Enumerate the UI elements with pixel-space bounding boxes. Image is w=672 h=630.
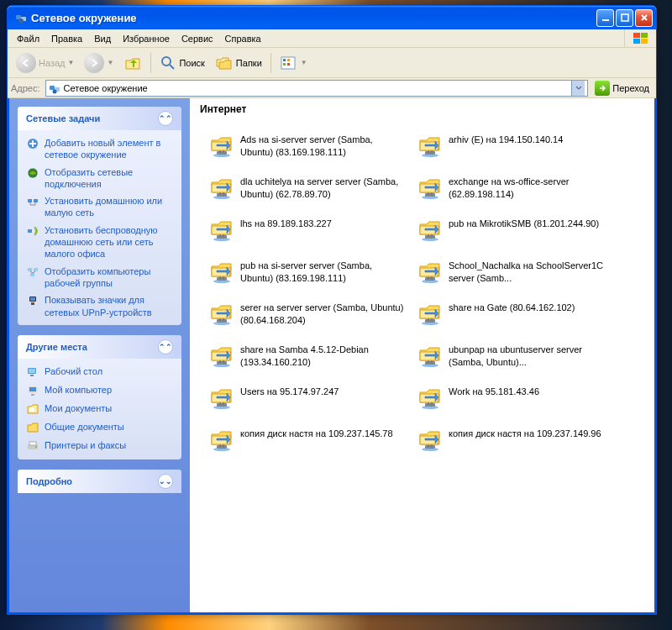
task-link[interactable]: Установить беспроводную домашнюю сеть ил… (26, 224, 173, 260)
svg-rect-26 (30, 273, 34, 276)
item-label: pub на MikrotikSMB (81.201.244.90) (449, 216, 599, 230)
network-share-item[interactable]: serer на server server (Samba, Ubuntu) (… (205, 297, 413, 339)
network-share-item[interactable]: arhiv (E) на 194.150.140.14 (413, 129, 622, 171)
task-link[interactable]: Добавить новый элемент в сетевое окружен… (26, 137, 173, 161)
go-icon (595, 81, 610, 96)
place-link[interactable]: Мой компьютер (26, 384, 173, 397)
network-share-item[interactable]: ubunpap на ubuntuserver server (Samba, U… (413, 339, 622, 381)
panel-network-tasks: Сетевые задачи ⌃⌃ Добавить новый элемент… (18, 107, 181, 325)
expand-icon: ⌄⌄ (158, 474, 173, 489)
toolbar: Назад ▼ ▼ Поиск Папки ▼ (8, 48, 656, 78)
up-button[interactable] (120, 52, 145, 74)
task-link[interactable]: Отобразить компьютеры рабочей группы (26, 265, 173, 290)
close-button[interactable] (635, 9, 653, 27)
menu-help[interactable]: Справка (219, 32, 267, 45)
svg-rect-31 (29, 369, 35, 373)
maximize-button[interactable] (616, 9, 633, 27)
task-icon (26, 137, 39, 150)
search-label: Поиск (179, 58, 204, 68)
menu-file[interactable]: Файл (11, 32, 45, 45)
network-share-item[interactable]: pub на si-server server (Samba, Ubuntu) … (205, 255, 413, 297)
share-folder-icon (208, 300, 235, 327)
panel-header[interactable]: Другие места ⌃⌃ (18, 335, 181, 359)
views-icon (280, 55, 298, 71)
go-button[interactable]: Переход (591, 81, 653, 96)
titlebar[interactable]: Сетевое окружение (8, 6, 656, 29)
dropdown-icon: ▼ (301, 59, 307, 66)
task-icon (26, 224, 39, 238)
item-label: копия диск настя на 109.237.145.78 (240, 426, 393, 440)
item-label: share на Samba 4.5.12-Debian (193.34.160… (240, 342, 407, 369)
svg-point-63 (422, 364, 438, 367)
network-share-item[interactable]: lhs на 89.189.183.227 (205, 213, 413, 255)
svg-rect-29 (31, 302, 34, 305)
svg-rect-15 (50, 86, 55, 90)
item-label: dla uchitelya на server server (Samba, U… (240, 174, 407, 201)
place-link[interactable]: Принтеры и факсы (26, 439, 173, 453)
item-label: копия диск настя на 109.237.149.96 (449, 426, 601, 440)
task-label: Отобразить сетевые подключения (45, 166, 173, 191)
svg-rect-4 (622, 14, 628, 21)
panel-header[interactable]: Подробно ⌄⌄ (18, 470, 181, 493)
views-button[interactable]: ▼ (276, 53, 311, 73)
place-link[interactable]: Рабочий стол (26, 365, 173, 379)
svg-rect-3 (602, 19, 609, 21)
svg-point-59 (422, 322, 438, 325)
task-link[interactable]: Показывать значки для сетевых UPnP-устро… (26, 294, 173, 318)
svg-point-51 (422, 238, 438, 241)
svg-rect-11 (283, 59, 286, 61)
network-share-item[interactable]: School_Nachalka на SchoolServer1C server… (413, 255, 622, 297)
place-link[interactable]: Общие документы (26, 421, 173, 434)
task-icon (26, 166, 39, 180)
network-share-item[interactable]: Users на 95.174.97.247 (205, 381, 413, 423)
network-share-item[interactable]: exchange на ws-office-server (62.89.198.… (413, 171, 622, 213)
minimize-button[interactable] (596, 9, 614, 27)
task-link[interactable]: Установить домашнюю или малую сеть (26, 195, 173, 219)
task-label: Отобразить компьютеры рабочей группы (45, 265, 173, 290)
menu-edit[interactable]: Правка (45, 32, 88, 45)
svg-rect-12 (287, 59, 290, 61)
svg-point-9 (162, 57, 171, 66)
task-link[interactable]: Отобразить сетевые подключения (26, 166, 173, 191)
network-share-item[interactable]: share на Gate (80.64.162.102) (413, 297, 622, 339)
svg-point-45 (213, 196, 230, 199)
share-folder-icon (208, 258, 235, 285)
address-input[interactable]: Сетевое окружение (45, 80, 589, 97)
forward-button[interactable]: ▼ (81, 51, 117, 75)
network-share-item[interactable]: Ads на si-server server (Samba, Ubuntu) … (205, 129, 413, 171)
section-header: Интернет (190, 102, 654, 129)
address-dropdown[interactable] (571, 81, 585, 96)
share-folder-icon (208, 174, 235, 201)
back-button[interactable]: Назад ▼ (13, 51, 77, 75)
menu-favorites[interactable]: Избранное (117, 32, 176, 45)
share-folder-icon (417, 174, 444, 201)
menu-view[interactable]: Вид (88, 32, 117, 45)
search-button[interactable]: Поиск (156, 53, 207, 73)
svg-point-69 (213, 448, 230, 451)
panel-title: Подробно (26, 476, 72, 486)
network-share-item[interactable]: копия диск настя на 109.237.149.96 (413, 423, 622, 465)
svg-rect-38 (29, 442, 36, 445)
place-link[interactable]: Мои документы (26, 402, 173, 416)
svg-rect-34 (29, 387, 36, 391)
network-share-item[interactable]: dla uchitelya на server server (Samba, U… (205, 171, 413, 213)
folders-button[interactable]: Папки (212, 53, 265, 73)
panel-header[interactable]: Сетевые задачи ⌃⌃ (18, 107, 181, 130)
network-share-item[interactable]: копия диск настя на 109.237.145.78 (205, 423, 413, 465)
menu-tools[interactable]: Сервис (176, 32, 219, 45)
network-share-item[interactable]: Work на 95.181.43.46 (413, 381, 622, 423)
folders-label: Папки (236, 58, 262, 68)
svg-rect-36 (29, 407, 34, 412)
explorer-window: Сетевое окружение Файл Правка Вид Избран… (7, 5, 657, 615)
address-label: Адрес: (11, 83, 42, 93)
svg-point-71 (422, 448, 438, 451)
share-folder-icon (417, 342, 444, 369)
panel-other-places: Другие места ⌃⌃ Рабочий столМой компьюте… (18, 335, 181, 459)
svg-point-49 (213, 238, 230, 241)
network-share-item[interactable]: share на Samba 4.5.12-Debian (193.34.160… (205, 339, 413, 381)
network-share-item[interactable]: pub на MikrotikSMB (81.201.244.90) (413, 213, 622, 255)
task-label: Установить беспроводную домашнюю сеть ил… (45, 224, 173, 260)
svg-rect-7 (633, 39, 640, 44)
panel-title: Другие места (26, 342, 87, 352)
item-label: ubunpap на ubuntuserver server (Samba, U… (449, 342, 615, 369)
